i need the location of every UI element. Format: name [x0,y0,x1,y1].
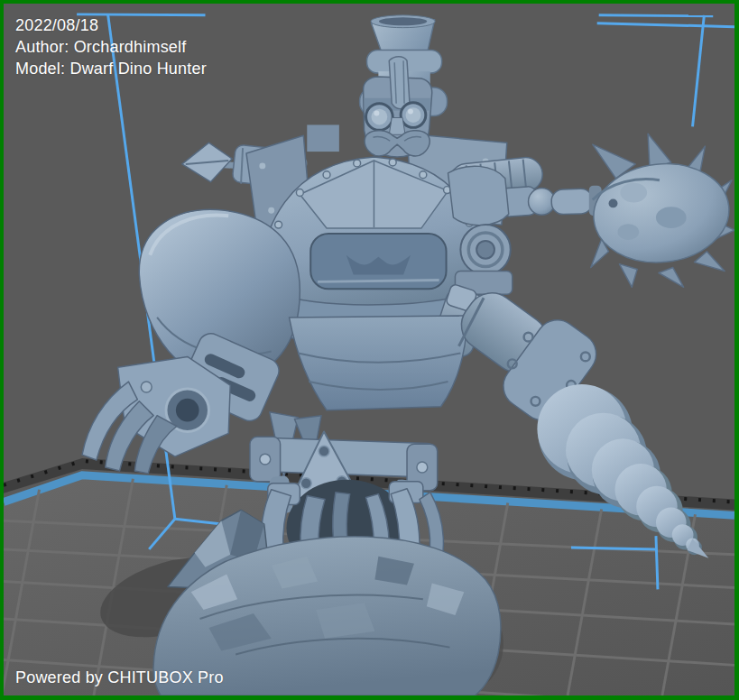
bbox-corner-right-ray1 [571,548,657,549]
mohawk [389,57,410,109]
scene-svg [4,4,734,695]
3d-viewport[interactable]: 2022/08/18 Author: Orchardhimself Model:… [4,4,734,695]
bbox-corner-right-ray2 [656,536,658,589]
bbox-top-edge-left [77,14,205,15]
bbox-top-edge-right [599,15,714,16]
window-frame: 2022/08/18 Author: Orchardhimself Model:… [0,0,739,700]
